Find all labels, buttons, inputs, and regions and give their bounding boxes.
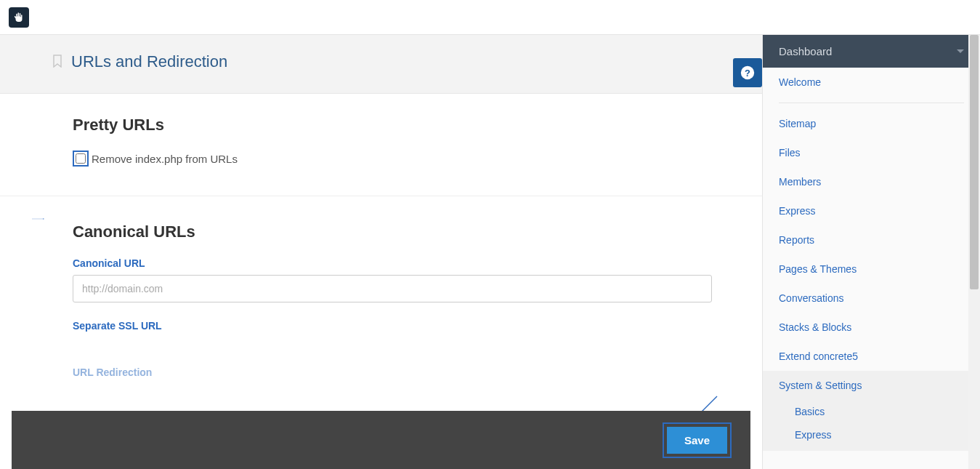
vertical-scrollbar[interactable] [968,35,980,469]
sidebar-item-conversations[interactable]: Conversations [779,284,964,313]
sidebar-sub-express[interactable]: Express [779,423,964,446]
remove-index-checkbox[interactable] [76,153,86,164]
bookmark-icon[interactable] [52,55,64,69]
sidebar-item-welcome[interactable]: Welcome [779,68,964,97]
sidebar-item-pages-themes[interactable]: Pages & Themes [779,254,964,284]
save-button[interactable]: Save [667,427,727,454]
sidebar-item-reports[interactable]: Reports [779,225,964,254]
sidebar-item-sitemap[interactable]: Sitemap [779,109,964,138]
question-icon: ? [740,65,756,81]
annotation-arrow-left [7,218,69,220]
remove-index-row: Remove index.php from URLs [73,151,689,167]
sidebar-item-express[interactable]: Express [779,196,964,225]
pretty-urls-heading: Pretty URLs [73,116,689,135]
hand-icon [12,11,25,24]
chevron-down-icon [957,49,964,53]
page-title: URLs and Redirection [71,52,227,71]
sidebar-item-members[interactable]: Members [779,167,964,196]
svg-text:?: ? [745,68,750,79]
url-redirection-label: URL Redirection [73,366,152,378]
sidebar-separator [779,103,964,103]
top-bar [0,0,980,35]
page-header: URLs and Redirection ? [0,35,762,94]
sidebar-sub-basics[interactable]: Basics [779,400,964,423]
sidebar-item-extend[interactable]: Extend concrete5 [779,342,964,371]
help-button[interactable]: ? [733,58,762,87]
svg-marker-3 [43,218,44,220]
canonical-url-input[interactable] [73,275,712,302]
section-divider [0,196,762,196]
sidebar: Dashboard Welcome Sitemap Files Members … [762,35,980,469]
ssl-url-label: Separate SSL URL [73,320,689,332]
sidebar-item-stacks-blocks[interactable]: Stacks & Blocks [779,313,964,342]
canonical-url-label: Canonical URL [73,257,689,269]
scrollbar-thumb[interactable] [970,35,979,289]
sidebar-header-label: Dashboard [779,45,832,57]
sidebar-header-dashboard[interactable]: Dashboard [763,35,980,68]
remove-index-label[interactable]: Remove index.php from URLs [92,153,238,165]
canonical-urls-heading: Canonical URLs [73,223,689,241]
sidebar-item-system-settings[interactable]: System & Settings [763,371,980,400]
footer-bar: Save [12,411,750,469]
main-content: URLs and Redirection ? Pretty URLs Remov… [0,35,762,469]
save-button-highlight: Save [663,422,732,458]
sidebar-item-files[interactable]: Files [779,138,964,167]
app-logo[interactable] [9,7,29,28]
checkbox-highlight [73,151,89,167]
